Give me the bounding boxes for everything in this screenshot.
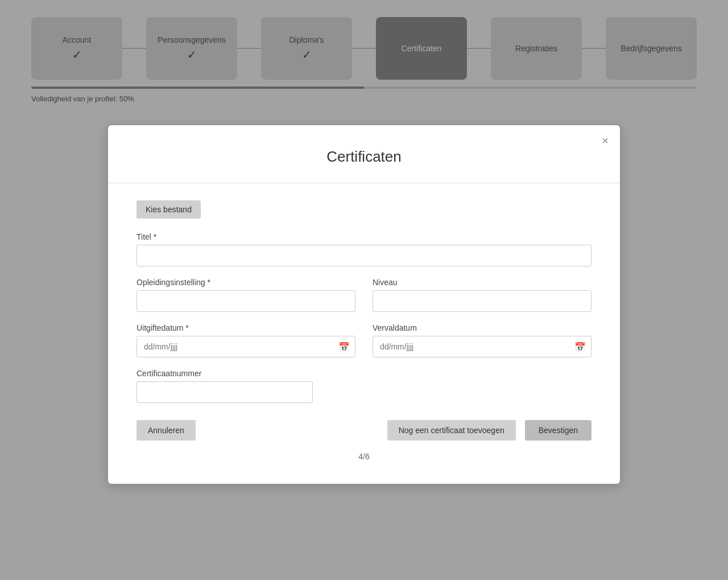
opleidingsinstelling-group: Opleidingsinstelling * <box>136 278 355 312</box>
certificaatnummer-input[interactable] <box>136 381 313 403</box>
vervaldatum-group: Vervaldatum 📅 <box>373 323 592 357</box>
certificaatnummer-group: Certificaatnummer <box>136 369 313 403</box>
row-opleiding-niveau: Opleidingsinstelling * Niveau <box>136 278 592 312</box>
modal: × Certificaten Kies bestand Titel * Ople… <box>108 125 620 484</box>
vervaldatum-label: Vervaldatum <box>373 323 592 332</box>
cancel-button[interactable]: Annuleren <box>136 420 196 441</box>
niveau-input[interactable] <box>373 290 592 312</box>
niveau-label: Niveau <box>373 278 592 287</box>
titel-label: Titel * <box>136 232 592 241</box>
certificaatnummer-label: Certificaatnummer <box>136 369 313 378</box>
uitgiftedatum-group: Uitgiftedatum * 📅 <box>136 323 355 357</box>
pagination-label: 4/6 <box>358 452 369 461</box>
modal-overlay: × Certificaten Kies bestand Titel * Ople… <box>0 0 728 580</box>
row-dates: Uitgiftedatum * 📅 Vervaldatum 📅 <box>136 323 592 357</box>
uitgiftedatum-input[interactable] <box>136 336 355 357</box>
confirm-button[interactable]: Bevestigen <box>525 420 592 441</box>
opleidingsinstelling-label: Opleidingsinstelling * <box>136 278 355 287</box>
titel-input[interactable] <box>136 245 592 266</box>
modal-divider <box>108 183 620 183</box>
uitgiftedatum-wrapper: 📅 <box>136 336 355 357</box>
modal-footer: Annuleren Nog een certificaat toevoegen … <box>136 420 592 441</box>
modal-close-button[interactable]: × <box>602 134 609 147</box>
vervaldatum-wrapper: 📅 <box>373 336 592 357</box>
add-more-button[interactable]: Nog een certificaat toevoegen <box>387 420 516 441</box>
opleidingsinstelling-input[interactable] <box>136 290 355 312</box>
niveau-group: Niveau <box>373 278 592 312</box>
modal-pagination: 4/6 <box>136 441 592 467</box>
vervaldatum-input[interactable] <box>373 336 592 357</box>
uitgiftedatum-label: Uitgiftedatum * <box>136 323 355 332</box>
choose-file-button[interactable]: Kies bestand <box>136 200 201 219</box>
titel-group: Titel * <box>136 232 592 266</box>
modal-title: Certificaten <box>136 148 592 166</box>
